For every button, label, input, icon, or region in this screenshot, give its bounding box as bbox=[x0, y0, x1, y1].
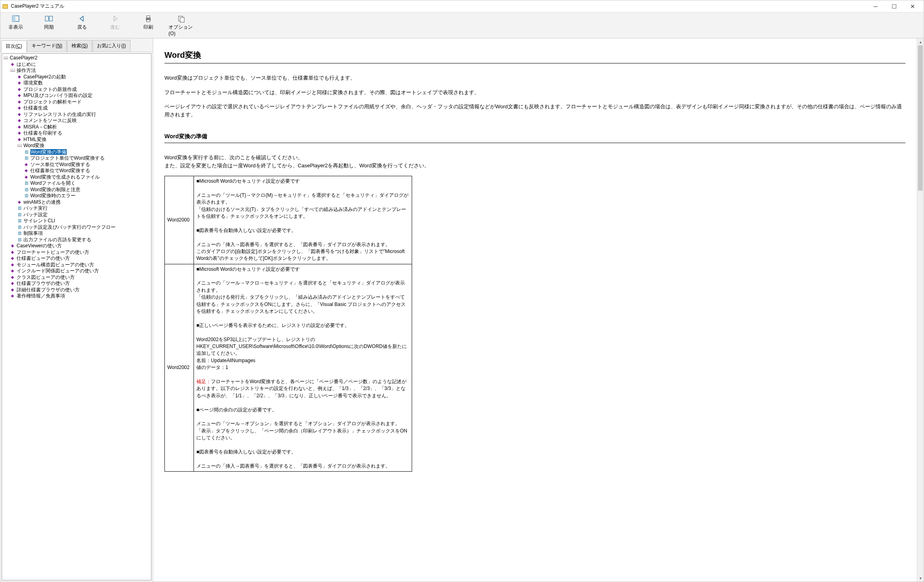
tree-view[interactable]: 📖CasePlayer2 ◆はじめに 📖操作方法 ◆CasePlayer2の起動… bbox=[2, 53, 152, 580]
toolbar-print[interactable]: 印刷 bbox=[135, 14, 161, 36]
book-icon: ◆ bbox=[17, 118, 22, 123]
page-icon: ▥ bbox=[23, 156, 29, 160]
svg-rect-3 bbox=[13, 16, 15, 21]
tree-item[interactable]: ◆インクルード関係図ビューアの使い方 bbox=[10, 268, 99, 274]
tree-item[interactable]: ▥Word変換の制限と注意 bbox=[23, 187, 80, 193]
tree-item[interactable]: ◆フローチャートビューアの使い方 bbox=[10, 249, 89, 255]
content-area[interactable]: Word変換 Word変換はプロジェクト単位でも、ソース単位でも、仕様書単位でも… bbox=[153, 38, 917, 582]
tree-item[interactable]: ◆仕様書単位でWord変換する bbox=[23, 168, 90, 174]
nav-tabs: 目次(C) キーワード(N) 検索(S) お気に入り(I) bbox=[0, 38, 153, 52]
hide-icon bbox=[11, 14, 20, 23]
tree-item[interactable]: ◆HTML変換 bbox=[17, 137, 46, 143]
table-cell-key: Word2002 bbox=[165, 264, 194, 471]
book-icon: ◆ bbox=[10, 287, 15, 292]
tree-item[interactable]: ▥Wordファイルを開く bbox=[23, 180, 76, 186]
book-icon: ◆ bbox=[17, 99, 22, 104]
tree-item[interactable]: ◆仕様書を印刷する bbox=[17, 130, 62, 136]
page-icon: ▥ bbox=[17, 225, 22, 230]
word-version-table: Word2000 ■Microsoft Wordのセキュリティ設定が必要です メ… bbox=[164, 176, 412, 472]
book-icon: ◆ bbox=[10, 293, 15, 298]
tree-item[interactable]: ▥バッチ設定及びバッチ実行のワークフロー bbox=[17, 224, 116, 230]
page-icon: ▥ bbox=[23, 181, 29, 186]
tree-item[interactable]: ▥出力ファイルの言語を変更する bbox=[17, 237, 91, 243]
tree-item[interactable]: ▥サイレントCLI bbox=[17, 218, 55, 224]
close-button[interactable]: ✕ bbox=[903, 0, 922, 13]
book-icon: ◆ bbox=[17, 137, 22, 142]
tab-favorites[interactable]: お気に入り(I) bbox=[93, 40, 130, 52]
book-icon: ◆ bbox=[17, 112, 22, 117]
tree-item[interactable]: ◆環境変数 bbox=[17, 80, 43, 86]
minimize-button[interactable]: ─ bbox=[866, 0, 885, 13]
tree-item[interactable]: ◆CasePlayer2の起動 bbox=[17, 74, 66, 80]
scroll-down-icon[interactable]: ▾ bbox=[917, 575, 924, 582]
page-icon: ▥ bbox=[17, 231, 22, 236]
toolbar-back[interactable]: 戻る bbox=[69, 14, 95, 36]
tree-item[interactable]: ▥制限事項 bbox=[17, 230, 43, 236]
tree-root[interactable]: 📖CasePlayer2 bbox=[3, 55, 38, 61]
svg-rect-5 bbox=[49, 16, 53, 21]
divider bbox=[164, 143, 905, 143]
tree-item[interactable]: ◆MPU及びコンパイラ固有の設定 bbox=[17, 93, 93, 99]
tree-item[interactable]: ◆はじめに bbox=[10, 61, 36, 67]
book-icon: ◆ bbox=[23, 168, 29, 173]
toolbar-options[interactable]: オプション(O) bbox=[168, 14, 194, 36]
tree-item[interactable]: ◆リファレンスリストの生成の実行 bbox=[17, 112, 96, 118]
toolbar: 非表示 同期 戻る 進む 印刷 オプション(O) bbox=[0, 13, 924, 38]
toolbar-forward: 進む bbox=[102, 14, 128, 36]
tree-item[interactable]: ◆仕様書ブラウザの使い方 bbox=[10, 280, 70, 287]
page-icon: ▥ bbox=[23, 150, 29, 154]
tab-keyword[interactable]: キーワード(N) bbox=[27, 40, 67, 52]
book-icon: ◆ bbox=[17, 87, 22, 92]
tree-item[interactable]: ◆winAMSとの連携 bbox=[17, 199, 61, 205]
page-icon: ▥ bbox=[17, 218, 22, 223]
book-icon: ◆ bbox=[17, 74, 22, 79]
tree-item[interactable]: ◆プロジェクトの解析モード bbox=[17, 99, 82, 105]
tree-item[interactable]: ▥バッチ設定 bbox=[17, 212, 48, 218]
tree-item[interactable]: 📖Word変換 bbox=[17, 143, 44, 149]
sync-icon bbox=[44, 14, 53, 23]
book-icon: ◆ bbox=[10, 243, 15, 248]
book-open-icon: 📖 bbox=[17, 143, 22, 148]
tree-item[interactable]: ◆CaseViewerの使い方 bbox=[10, 243, 62, 249]
tree-item[interactable]: ◆ソース単位でWord変換する bbox=[23, 162, 90, 168]
page-heading: Word変換 bbox=[164, 50, 905, 61]
book-icon: ◆ bbox=[10, 268, 15, 273]
forward-icon bbox=[111, 14, 120, 23]
tree-item[interactable]: ◆詳細仕様書ブラウザの使い方 bbox=[10, 287, 80, 293]
maximize-button[interactable]: ☐ bbox=[885, 0, 903, 13]
tab-search[interactable]: 検索(S) bbox=[67, 40, 92, 52]
scrollbar-thumb[interactable] bbox=[918, 45, 923, 191]
tree-item[interactable]: ◆仕様書ビューアの使い方 bbox=[10, 255, 70, 261]
titlebar: CasePlayer2 マニュアル ─ ☐ ✕ bbox=[0, 0, 924, 13]
tree-item[interactable]: ◆プロジェクトの新規作成 bbox=[17, 86, 77, 93]
tree-item[interactable]: ▥Word変換時のエラー bbox=[23, 193, 76, 199]
divider bbox=[164, 63, 905, 63]
print-icon bbox=[144, 14, 153, 23]
svg-rect-10 bbox=[180, 17, 184, 22]
tree-item[interactable]: ◆著作権情報／免責事項 bbox=[10, 293, 65, 299]
tree-item-selected[interactable]: ▥Word変換の準備 bbox=[23, 149, 67, 155]
book-icon: ◆ bbox=[17, 200, 22, 205]
toolbar-hide[interactable]: 非表示 bbox=[3, 14, 29, 36]
book-icon: ◆ bbox=[17, 131, 22, 135]
toolbar-sync[interactable]: 同期 bbox=[36, 14, 62, 36]
book-icon: ◆ bbox=[10, 62, 15, 67]
paragraph: Word変換はプロジェクト単位でも、ソース単位でも、仕様書単位でも行えます。 bbox=[164, 74, 905, 82]
paragraph: また、設定を変更した場合は一度Wordを終了してから、CasePlayer2を再… bbox=[164, 162, 905, 170]
tree-item[interactable]: ▥プロジェクト単位でWord変換する bbox=[23, 155, 105, 161]
tree-item[interactable]: ◆仕様書生成 bbox=[17, 105, 48, 111]
tab-contents[interactable]: 目次(C) bbox=[1, 40, 27, 52]
book-icon: ◆ bbox=[23, 162, 29, 167]
scroll-up-icon[interactable]: ▴ bbox=[917, 38, 924, 45]
svg-rect-1 bbox=[3, 4, 8, 6]
tree-item[interactable]: ▥バッチ実行 bbox=[17, 205, 48, 211]
tree-item[interactable]: 📖操作方法 bbox=[10, 67, 36, 74]
book-icon: ◆ bbox=[23, 175, 29, 179]
tree-item[interactable]: ◆MISRA－C解析 bbox=[17, 124, 57, 130]
tree-item[interactable]: ◆コメントをソースに反映 bbox=[17, 118, 77, 124]
tree-item[interactable]: ◆モジュール構造図ビューアの使い方 bbox=[10, 262, 94, 268]
paragraph: ページレイアウトの設定で選択されているページレイアウトテンプレートファイルの用紙… bbox=[164, 103, 905, 118]
tree-item[interactable]: ◆Word変換で生成されるファイル bbox=[23, 174, 100, 180]
vertical-scrollbar[interactable]: ▴ ▾ bbox=[917, 38, 924, 582]
tree-item[interactable]: ◆クラス図ビューアの使い方 bbox=[10, 274, 75, 280]
